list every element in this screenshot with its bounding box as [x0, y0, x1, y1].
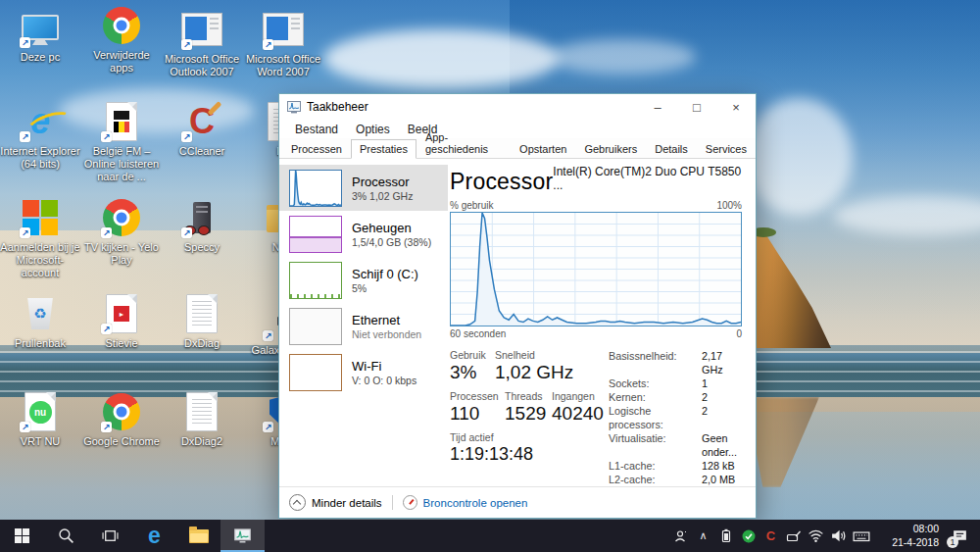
desktop-icon-ccleaner[interactable]: C ↗ CCleaner: [162, 100, 242, 158]
tab-prestaties[interactable]: Prestaties: [351, 139, 416, 159]
menu-opties[interactable]: Opties: [347, 123, 399, 136]
sidebar-item-value: 3% 1,02 GHz: [352, 190, 413, 202]
close-button[interactable]: ×: [716, 94, 756, 120]
tab-strip: Processen Prestaties App-geschiedenis Op…: [279, 138, 756, 159]
detail-value: Geen onder...: [702, 431, 742, 459]
tab-app-geschiedenis[interactable]: App-geschiedenis: [416, 128, 511, 159]
action-center-button[interactable]: 1: [943, 520, 976, 552]
desktop-icon-internet-explorer[interactable]: e ↗ Internet Explorer (64 bits): [0, 100, 80, 171]
stat-label: Snelheid: [495, 349, 573, 361]
desktop-icon-outlook-2007[interactable]: ↗ Microsoft Office Outlook 2007: [162, 8, 242, 78]
wifi-icon: [808, 527, 824, 544]
desktop-icon-label: DxDiag: [162, 337, 242, 350]
chevron-up-circle-icon: [289, 494, 306, 511]
shortcut-arrow-icon: ↗: [101, 227, 112, 238]
minimize-button[interactable]: –: [638, 94, 677, 120]
sidebar-item-wifi[interactable]: Wi-Fi V: 0 O: 0 kbps: [279, 349, 448, 395]
stat-label: Tijd actief: [450, 431, 533, 443]
sidebar-item-geheugen[interactable]: Geheugen 1,5/4,0 GB (38%): [279, 211, 448, 257]
file-explorer-icon: [189, 529, 209, 543]
people-icon: [673, 528, 689, 544]
window-title: Taakbeheer: [307, 100, 368, 114]
shortcut-arrow-icon: ↗: [263, 422, 273, 432]
desktop-icon-stievie[interactable]: ► ↗ Stievie: [81, 292, 162, 350]
system-tray: ∧ C: [669, 520, 980, 552]
taskbar-clock[interactable]: 08:00 21-4-2018: [872, 523, 943, 548]
detail-value: 128 kB: [702, 459, 735, 473]
shortcut-arrow-icon: ↗: [101, 324, 112, 334]
sidebar-item-name: Processor: [352, 175, 413, 189]
desktop-icon-speccy[interactable]: ↗ Speccy: [162, 196, 242, 254]
disk-mini-chart: [289, 262, 342, 299]
cloud: [323, 29, 559, 88]
search-button[interactable]: [44, 520, 88, 552]
tab-opstarten[interactable]: Opstarten: [511, 140, 575, 159]
desktop-icon-dxdiag[interactable]: DxDiag: [162, 292, 242, 350]
recycle-bin-icon: ♻: [26, 298, 54, 329]
task-view-button[interactable]: [88, 520, 132, 552]
desktop-icon-label: Microsoft Office Outlook 2007: [162, 53, 242, 78]
shortcut-arrow-icon: ↗: [20, 422, 30, 432]
shortcut-arrow-icon: ↗: [101, 131, 112, 142]
detail-label: Logische processors:: [609, 404, 702, 431]
desktop-icon-label: VRT NU: [0, 435, 80, 448]
menu-bestand[interactable]: Bestand: [286, 123, 347, 136]
task-manager-taskbar-button[interactable]: [220, 520, 265, 552]
show-hidden-icons-button[interactable]: ∧: [692, 520, 714, 552]
desktop-icon-prullenbak[interactable]: ♻ Prullenbak: [0, 292, 80, 350]
ccleaner-tray-button[interactable]: C: [760, 520, 782, 552]
tab-processen[interactable]: Processen: [282, 140, 351, 159]
desktop-icon-microsoft-account[interactable]: ↗ Aanmelden bij je Microsoft-account: [0, 196, 80, 279]
people-button[interactable]: [669, 520, 692, 552]
sidebar-item-name: Ethernet: [352, 313, 421, 327]
shortcut-arrow-icon: ↗: [101, 422, 112, 432]
sidebar-item-value: Niet verbonden: [352, 328, 421, 340]
edge-button[interactable]: e: [132, 520, 176, 552]
sidebar-item-processor[interactable]: Processor 3% 1,02 GHz: [279, 165, 448, 211]
chart-y-max: 100%: [716, 200, 742, 211]
desktop-icon-label: TV kijken - Yelo Play: [81, 241, 162, 267]
desktop-icon-belgie-fm[interactable]: ↗ België FM – Online luisteren naar de .…: [81, 100, 162, 183]
desktop-icon-verwijderde-apps[interactable]: Verwijderde apps: [81, 4, 162, 75]
cpu-stats: Gebruik 3% Snelheid 1,02 GHz Processen: [450, 349, 605, 486]
tab-details[interactable]: Details: [646, 140, 697, 159]
desktop-icon-label: België FM – Online luisteren naar de ...: [81, 145, 162, 183]
tab-services[interactable]: Services: [697, 140, 756, 159]
memory-mini-chart: [289, 216, 342, 253]
battery-button[interactable]: [714, 520, 737, 552]
divider: [392, 495, 393, 510]
speaker-icon: [830, 527, 847, 544]
desktop-icon-deze-pc[interactable]: ↗ Deze pc: [0, 6, 80, 64]
title-bar[interactable]: Taakbeheer – □ ×: [279, 94, 756, 120]
security-status-button[interactable]: [737, 520, 760, 552]
broncontrole-openen-link[interactable]: Broncontrole openen: [423, 497, 528, 509]
desktop-icon-vrt-nu[interactable]: nu ↗ VRT NU: [0, 390, 80, 448]
notification-badge: 1: [947, 536, 958, 548]
tab-gebruikers[interactable]: Gebruikers: [575, 140, 646, 159]
panel-title: Processor: [450, 169, 553, 195]
detail-label: L1-cache:: [609, 459, 702, 473]
file-explorer-button[interactable]: [176, 520, 220, 552]
wifi-button[interactable]: [805, 520, 827, 552]
desktop-icon-label: CCleaner: [162, 145, 242, 158]
battery-icon: [718, 528, 734, 544]
desktop-icon-dxdiag2[interactable]: DxDiag2: [162, 390, 242, 448]
desktop-icon-yelo-play[interactable]: ↗ TV kijken - Yelo Play: [81, 196, 162, 267]
stat-value: 1529: [505, 403, 552, 425]
shortcut-arrow-icon: ↗: [20, 37, 30, 48]
sidebar-item-schijf[interactable]: Schijf 0 (C:) 5%: [279, 257, 448, 303]
desktop-icon-label: Google Chrome: [81, 435, 162, 448]
minder-details-button[interactable]: Minder details: [312, 497, 382, 509]
shortcut-arrow-icon: ↗: [20, 227, 30, 238]
sidebar-item-ethernet[interactable]: Ethernet Niet verbonden: [279, 303, 448, 349]
start-button[interactable]: [0, 520, 44, 552]
volume-button[interactable]: [827, 520, 850, 552]
touch-keyboard-button[interactable]: [850, 520, 872, 552]
task-manager-icon: [233, 527, 252, 545]
desktop-icon-word-2007[interactable]: ↗ Microsoft Office Word 2007: [243, 8, 323, 78]
tablet-pen-button[interactable]: [782, 520, 805, 552]
chrome-icon: [103, 7, 140, 44]
desktop-icon-google-chrome[interactable]: ↗ Google Chrome: [81, 390, 162, 448]
computer-stand: [32, 40, 48, 45]
maximize-button[interactable]: □: [677, 94, 716, 120]
